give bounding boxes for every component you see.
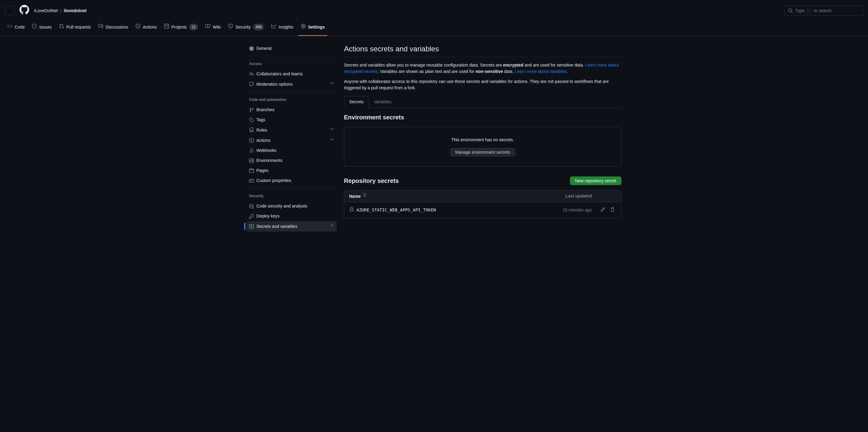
main-content: Actions secrets and variables Secrets an… (344, 43, 621, 232)
desc-text: data. (503, 69, 515, 74)
secrets-table: Name Last updated AZURE_STATIC_WEB_APPS_… (344, 190, 621, 218)
sidebar-item-branches[interactable]: Branches (247, 105, 337, 115)
delete-secret-button[interactable] (609, 206, 616, 214)
sidebar-item-label: Webhooks (256, 147, 276, 154)
key-asterisk-icon (249, 224, 254, 229)
link-variables[interactable]: Learn more about variables (515, 69, 567, 74)
tabs: Secrets Variables (344, 96, 621, 108)
sidebar-item-label: Pages (256, 167, 269, 174)
manage-environment-secrets-button[interactable]: Manage environment secrets (450, 148, 516, 157)
comment-icon (249, 82, 254, 87)
sidebar-item-pages[interactable]: Pages (247, 166, 337, 176)
github-logo-icon[interactable] (20, 5, 29, 16)
nav-tab-discussions[interactable]: Discussions (96, 21, 131, 36)
code-icon (7, 24, 12, 30)
secret-name-value: AZURE_STATIC_WEB_APPS_API_TOKEN (356, 207, 436, 213)
sidebar-item-moderation[interactable]: Moderation options (247, 79, 337, 89)
env-empty-text: This environment has no secrets. (354, 137, 611, 143)
play-icon (249, 138, 254, 143)
search-type-label: Type (795, 8, 804, 14)
sidebar-item-label: Secrets and variables (256, 223, 298, 230)
chevron-down-icon (330, 127, 334, 133)
sidebar-item-rules[interactable]: Rules (247, 125, 337, 135)
sidebar-item-custom-properties[interactable]: Custom properties (247, 176, 337, 186)
pencil-icon (600, 207, 605, 212)
gear-icon (301, 24, 306, 30)
tab-secrets[interactable]: Secrets (344, 96, 369, 108)
nav-tab-actions-label: Actions (143, 24, 157, 30)
tab-variables[interactable]: Variables (369, 96, 396, 107)
repo-icon (249, 128, 254, 132)
play-icon (136, 24, 141, 30)
sidebar-item-collaborators[interactable]: Collaborators and teams (247, 69, 337, 79)
column-name-label: Name (349, 193, 361, 200)
projects-count-badge: 21 (189, 24, 198, 30)
sidebar-item-environments[interactable]: Environments (247, 156, 337, 166)
sidebar-item-label: Moderation options (256, 81, 292, 88)
desc-text-paragraph: Anyone with collaborator access to this … (344, 78, 621, 91)
repository-secrets-heading: Repository secrets (344, 176, 399, 185)
webhook-icon (249, 148, 254, 153)
nav-tab-wiki[interactable]: Wiki (203, 21, 223, 36)
sidebar-item-tags[interactable]: Tags (247, 115, 337, 125)
new-repository-secret-button[interactable]: New repository secret (570, 176, 621, 185)
nav-tab-insights-label: Insights (279, 24, 293, 30)
book-icon (205, 24, 210, 30)
pull-request-icon (59, 24, 64, 30)
sidebar-item-label: Deploy keys (256, 213, 279, 219)
sidebar-item-code-security[interactable]: Code security and analysis (247, 201, 337, 211)
nav-tab-actions[interactable]: Actions (133, 21, 159, 36)
nav-tab-issues[interactable]: Issues (30, 21, 54, 36)
sidebar-item-label: Collaborators and teams (256, 71, 303, 77)
sidebar-item-actions[interactable]: Actions (247, 135, 337, 145)
sidebar-item-label: General (256, 45, 272, 52)
nav-tab-discussions-label: Discussions (105, 24, 128, 30)
environment-secrets-heading: Environment secrets (344, 113, 621, 122)
nav-tab-issues-label: Issues (39, 24, 52, 30)
sidebar-section-access: Access (247, 59, 337, 69)
sidebar-item-general[interactable]: General (247, 43, 337, 54)
sidebar-item-webhooks[interactable]: Webhooks (247, 145, 337, 156)
hamburger-menu-button[interactable] (5, 6, 14, 15)
sidebar-item-label: Custom properties (256, 177, 291, 184)
sidebar-item-label: Branches (256, 107, 274, 113)
codescan-icon (249, 204, 254, 209)
nav-tab-projects[interactable]: Projects 21 (162, 21, 201, 36)
security-count-badge: 458 (253, 24, 264, 30)
nav-tab-code-label: Code (14, 24, 25, 30)
sidebar-item-deploy-keys[interactable]: Deploy keys (247, 211, 337, 221)
nav-tab-code[interactable]: Code (5, 21, 27, 36)
description-block: Secrets and variables allow you to manag… (344, 62, 621, 91)
search-suffix-label: to search (814, 8, 832, 14)
discussions-icon (98, 24, 103, 30)
nav-tab-settings[interactable]: Settings (298, 21, 327, 36)
branch-icon (249, 107, 254, 112)
sidebar-item-secrets-variables[interactable]: Secrets and variables (247, 221, 337, 232)
nav-tab-security[interactable]: Security 458 (226, 21, 267, 36)
sidebar-item-label: Code security and analysis (256, 203, 307, 209)
breadcrumb-repo-link[interactable]: ilovedotnet (64, 8, 87, 14)
nav-tab-pull-requests[interactable]: Pull requests (57, 21, 93, 36)
app-header: ILoveDotNet / ilovedotnet Type / to sear… (0, 0, 868, 21)
chevron-up-icon (330, 223, 334, 230)
nav-tab-insights[interactable]: Insights (269, 21, 296, 36)
sidebar-item-label: Tags (256, 117, 266, 123)
nav-tab-wiki-label: Wiki (213, 24, 220, 30)
breadcrumb-owner-link[interactable]: ILoveDotNet (34, 8, 58, 14)
hamburger-icon (7, 8, 12, 13)
sort-asc-icon (362, 193, 367, 200)
chevron-down-icon (330, 137, 334, 144)
edit-secret-button[interactable] (599, 206, 607, 214)
sidebar-item-label: Actions (256, 137, 270, 144)
browser-icon (249, 168, 254, 173)
issue-icon (32, 24, 37, 30)
search-input[interactable]: Type / to search (784, 6, 863, 16)
column-header-updated: Last updated (531, 193, 592, 200)
nav-tab-projects-label: Projects (172, 24, 187, 30)
column-header-name[interactable]: Name (349, 193, 531, 200)
lock-icon (349, 207, 354, 213)
breadcrumb: ILoveDotNet / ilovedotnet (34, 8, 86, 14)
people-icon (249, 72, 254, 76)
desc-text: . Variables are shown as plain text and … (378, 69, 476, 74)
nav-tab-settings-label: Settings (308, 24, 325, 30)
